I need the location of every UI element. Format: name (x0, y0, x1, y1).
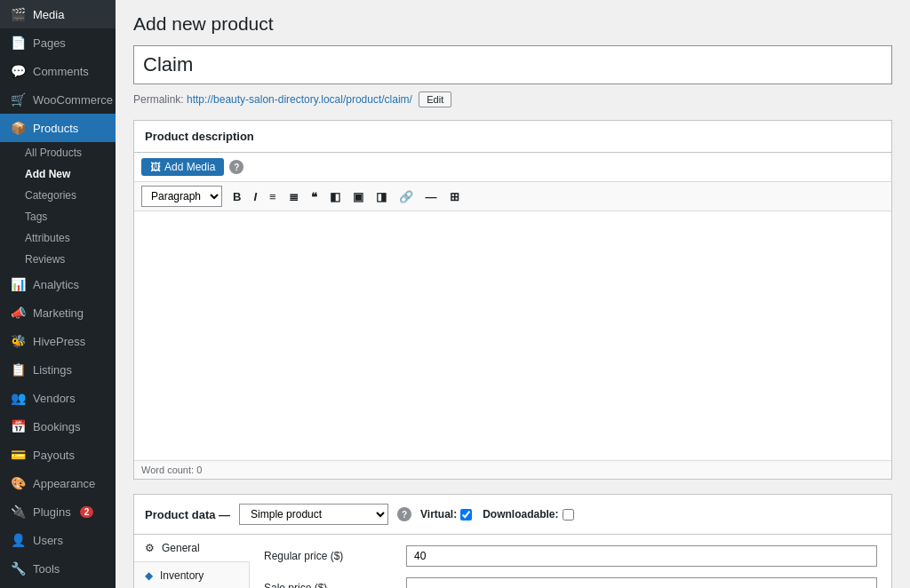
marketing-icon: 📣 (11, 306, 26, 320)
product-data-content: Regular price ($) Sale price ($) (250, 535, 891, 588)
tab-inventory-label: Inventory (160, 569, 204, 582)
sidebar-item-products[interactable]: 📦 Products (0, 114, 116, 142)
sidebar-item-label: Payouts (33, 449, 75, 462)
sidebar-item-label: HivePress (33, 335, 85, 348)
sidebar-item-label: Bookings (33, 420, 80, 433)
align-left-button[interactable]: ◧ (324, 187, 346, 206)
sidebar-item-label: Analytics (33, 278, 79, 291)
media-icon: 🎬 (11, 7, 26, 21)
vendors-icon: 👥 (11, 391, 26, 405)
description-box-body: 🖼 Add Media ? Paragraph Heading 1 Headin… (134, 153, 891, 479)
paragraph-format-select[interactable]: Paragraph Heading 1 Heading 2 (141, 186, 222, 207)
plugins-icon: 🔌 (11, 505, 26, 519)
sidebar-item-comments[interactable]: 💬 Comments (0, 57, 116, 85)
plugins-badge: 2 (80, 506, 94, 518)
help-icon[interactable]: ? (229, 160, 243, 174)
inventory-icon: ◆ (145, 569, 153, 582)
downloadable-label[interactable]: Downloadable: (483, 508, 573, 520)
sidebar-item-payouts[interactable]: 💳 Payouts (0, 441, 116, 469)
submenu-categories[interactable]: Categories (0, 185, 116, 206)
add-media-button[interactable]: 🖼 Add Media (141, 158, 224, 176)
users-icon: 👤 (11, 533, 26, 547)
analytics-icon: 📊 (11, 277, 26, 291)
sidebar-item-tools[interactable]: 🔧 Tools (0, 554, 116, 583)
italic-button[interactable]: I (248, 187, 262, 206)
sidebar-item-settings[interactable]: ⚙️ Settings (0, 583, 116, 588)
sidebar-item-label: Listings (33, 363, 72, 377)
product-type-select[interactable]: Simple product Grouped product External/… (239, 504, 388, 525)
sidebar-item-vendors[interactable]: 👥 Vendors (0, 384, 116, 412)
bold-button[interactable]: B (228, 187, 246, 206)
sale-price-label: Sale price ($) (264, 582, 406, 588)
sidebar-item-label: Vendors (33, 392, 76, 405)
sale-price-input[interactable] (406, 577, 877, 588)
permalink-label: Permalink: (133, 93, 184, 106)
editor-area[interactable] (134, 211, 891, 460)
sidebar: 🎬 Media 📄 Pages 💬 Comments 🛒 WooCommerce… (0, 0, 116, 588)
blockquote-button[interactable]: ❝ (306, 187, 323, 206)
regular-price-label: Regular price ($) (264, 550, 406, 562)
submenu-add-new[interactable]: Add New (0, 163, 116, 185)
bookings-icon: 📅 (11, 419, 26, 433)
tab-general[interactable]: ⚙ General (134, 535, 250, 562)
permalink-link[interactable]: http://beauty-salon-directory.local/prod… (187, 93, 412, 106)
virtual-label[interactable]: Virtual: (420, 508, 472, 520)
align-center-button[interactable]: ▣ (347, 187, 369, 206)
product-data-box: Product data — Simple product Grouped pr… (133, 494, 892, 588)
product-data-header: Product data — Simple product Grouped pr… (134, 495, 891, 535)
link-button[interactable]: 🔗 (394, 187, 419, 206)
sidebar-item-label: Tools (33, 562, 60, 576)
ordered-list-button[interactable]: ≣ (283, 187, 304, 206)
sidebar-item-appearance[interactable]: 🎨 Appearance (0, 469, 116, 497)
sidebar-item-pages[interactable]: 📄 Pages (0, 28, 116, 57)
sale-price-row: Sale price ($) (264, 577, 877, 588)
submenu-reviews[interactable]: Reviews (0, 249, 116, 270)
tab-general-label: General (162, 542, 200, 554)
submenu-attributes[interactable]: Attributes (0, 227, 116, 249)
products-icon: 📦 (11, 121, 26, 135)
sidebar-item-woocommerce[interactable]: 🛒 WooCommerce (0, 85, 116, 114)
regular-price-row: Regular price ($) (264, 545, 877, 567)
add-media-label: Add Media (164, 161, 215, 173)
product-data-help-icon[interactable]: ? (397, 507, 411, 521)
submenu-all-products[interactable]: All Products (0, 142, 116, 163)
format-toolbar: Paragraph Heading 1 Heading 2 B I ≡ ≣ ❝ … (134, 182, 891, 211)
virtual-text: Virtual: (420, 508, 457, 520)
sidebar-item-label: Plugins (33, 505, 71, 519)
sidebar-item-media[interactable]: 🎬 Media (0, 0, 116, 28)
woocommerce-icon: 🛒 (11, 92, 26, 107)
align-right-button[interactable]: ◨ (371, 187, 392, 206)
product-title-input[interactable] (133, 45, 892, 84)
unordered-list-button[interactable]: ≡ (264, 187, 282, 206)
description-box-header: Product description (134, 121, 891, 153)
comments-icon: 💬 (11, 64, 26, 78)
sidebar-item-listings[interactable]: 📋 Listings (0, 355, 116, 384)
editor-toolbar-top: 🖼 Add Media ? (134, 153, 891, 182)
sidebar-item-users[interactable]: 👤 Users (0, 526, 116, 554)
hivepress-icon: 🐝 (11, 334, 26, 348)
permalink-edit-button[interactable]: Edit (419, 91, 451, 107)
table-button[interactable]: ⊞ (444, 187, 465, 206)
sidebar-item-label: WooCommerce (33, 93, 113, 107)
sidebar-item-plugins[interactable]: 🔌 Plugins 2 (0, 497, 116, 526)
sidebar-item-label: Pages (33, 36, 66, 50)
product-description-box: Product description 🖼 Add Media ? Paragr… (133, 120, 892, 480)
sidebar-item-bookings[interactable]: 📅 Bookings (0, 412, 116, 441)
sidebar-item-hivepress[interactable]: 🐝 HivePress (0, 327, 116, 355)
product-data-tabs: ⚙ General ◆ Inventory 🔗 Linked Products (134, 535, 250, 588)
product-data-label: Product data — (145, 508, 230, 521)
virtual-downloadable-row: Virtual: Downloadable: (420, 508, 573, 520)
horizontal-rule-button[interactable]: — (420, 187, 443, 206)
regular-price-input[interactable] (406, 545, 877, 567)
virtual-checkbox[interactable] (460, 509, 472, 520)
pages-icon: 📄 (11, 36, 26, 50)
sidebar-item-marketing[interactable]: 📣 Marketing (0, 298, 116, 327)
payouts-icon: 💳 (11, 448, 26, 462)
submenu-tags[interactable]: Tags (0, 206, 116, 227)
listings-icon: 📋 (11, 362, 26, 377)
page-title: Add new product (133, 13, 892, 35)
downloadable-checkbox[interactable] (563, 509, 574, 520)
sidebar-item-analytics[interactable]: 📊 Analytics (0, 270, 116, 298)
tab-inventory[interactable]: ◆ Inventory (134, 562, 249, 588)
appearance-icon: 🎨 (11, 476, 26, 490)
